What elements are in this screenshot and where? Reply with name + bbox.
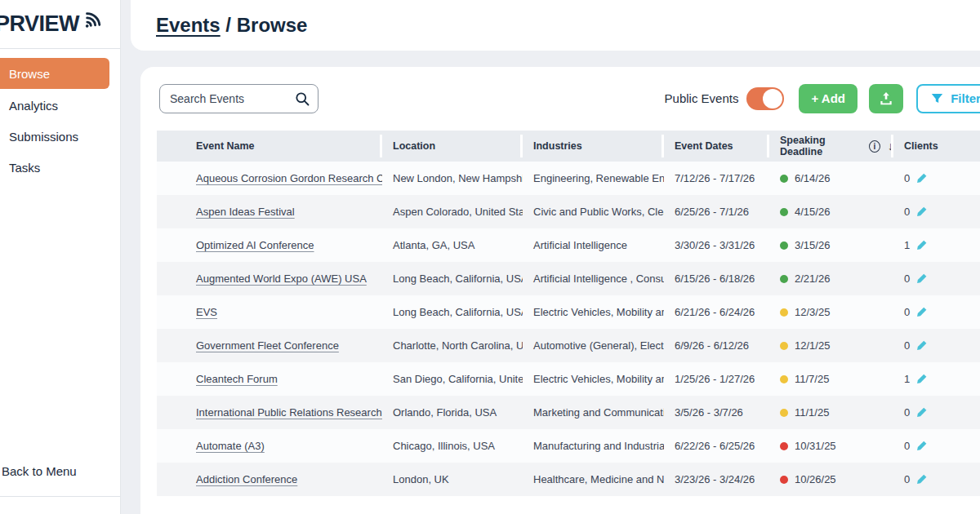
table-row[interactable]: Cleantech Forum San Diego, California, U… <box>157 362 980 396</box>
table-row[interactable]: Addiction Conference London, UK Healthca… <box>157 463 980 496</box>
clients-cell: 0 <box>893 262 980 295</box>
public-events-toggle[interactable] <box>746 87 784 110</box>
event-industries: Engineering, Renewable Ener... <box>523 162 664 195</box>
event-name-link[interactable]: Cleantech Forum <box>196 373 278 385</box>
deadline-status-dot <box>780 175 788 183</box>
info-circle-icon[interactable]: i <box>869 140 880 153</box>
edit-clients-icon[interactable] <box>915 206 928 218</box>
event-industries: Civic and Public Works, Clea... <box>523 195 664 228</box>
deadline-date: 12/1/25 <box>795 339 830 352</box>
event-dates: 6/21/26 - 6/24/26 <box>664 295 769 329</box>
page-header: Events / Browse <box>131 0 980 51</box>
speaking-deadline-cell: 10/26/25 <box>769 463 893 496</box>
deadline-status-dot <box>780 442 788 450</box>
column-header-speaking-deadline[interactable]: Speaking Deadline i ↓ <box>769 131 893 162</box>
event-location: London, UK <box>382 463 523 496</box>
event-location: Chicago, Illinois, USA <box>382 429 523 463</box>
table-row[interactable]: Aqueous Corrosion Gordon Research Conf..… <box>157 162 980 195</box>
event-name-link[interactable]: Aspen Ideas Festival <box>196 206 295 218</box>
event-dates: 6/22/26 - 6/25/26 <box>664 429 769 463</box>
event-name-link[interactable]: EVS <box>196 306 217 318</box>
event-name-link[interactable]: Optimized AI Conference <box>196 239 314 251</box>
speaking-deadline-label: Speaking Deadline <box>780 135 864 157</box>
event-name-link[interactable]: Augmented World Expo (AWE) USA <box>196 273 367 285</box>
deadline-status-dot <box>780 375 788 383</box>
sidebar-footer-divider <box>0 496 120 514</box>
client-count: 1 <box>904 373 910 385</box>
event-dates: 7/12/26 - 7/17/26 <box>664 162 769 195</box>
clients-cell: 0 <box>893 463 980 496</box>
client-count: 1 <box>904 239 910 251</box>
edit-clients-icon[interactable] <box>915 273 928 285</box>
breadcrumb-separator: / <box>220 14 237 36</box>
deadline-date: 11/1/25 <box>795 406 829 419</box>
sidebar: PRVIEW BrowseAnalyticsSubmissionsTasks B… <box>0 0 121 514</box>
edit-clients-icon[interactable] <box>915 373 928 385</box>
table-row[interactable]: EVS Long Beach, California, USA Electric… <box>157 295 980 329</box>
speaking-deadline-cell: 6/14/26 <box>769 162 893 195</box>
sort-descending-icon[interactable]: ↓ <box>888 140 893 153</box>
deadline-date: 4/15/26 <box>795 206 830 218</box>
client-count: 0 <box>904 440 910 452</box>
table-row[interactable]: Government Fleet Conference Charlotte, N… <box>157 329 980 362</box>
speaking-deadline-cell: 2/21/26 <box>769 262 893 295</box>
event-industries: Marketing and Communicati... <box>523 396 664 429</box>
edit-clients-icon[interactable] <box>915 172 928 184</box>
event-industries: Electric Vehicles, Mobility an... <box>523 362 664 396</box>
events-panel: Public Events + Add Filter Event Name <box>140 67 980 514</box>
speaking-deadline-cell: 4/15/26 <box>769 195 893 228</box>
sidebar-item-back-to-menu[interactable]: Back to Menu <box>0 464 120 496</box>
deadline-status-dot <box>780 409 788 417</box>
edit-clients-icon[interactable] <box>915 339 928 352</box>
event-dates: 6/15/26 - 6/18/26 <box>664 262 769 295</box>
column-header-event-name[interactable]: Event Name <box>157 131 382 162</box>
column-header-industries[interactable]: Industries <box>523 131 664 162</box>
funnel-icon <box>930 92 944 105</box>
clients-cell: 0 <box>893 295 980 329</box>
table-body: Aqueous Corrosion Gordon Research Conf..… <box>157 162 980 496</box>
breadcrumb-events-link[interactable]: Events <box>156 14 220 36</box>
table-row[interactable]: Automate (A3) Chicago, Illinois, USA Man… <box>157 429 980 463</box>
client-count: 0 <box>904 306 910 318</box>
clients-cell: 1 <box>893 228 980 262</box>
edit-clients-icon[interactable] <box>915 406 928 419</box>
table-row[interactable]: Aspen Ideas Festival Aspen Colorado, Uni… <box>157 195 980 228</box>
event-name-link[interactable]: Automate (A3) <box>196 440 265 452</box>
deadline-date: 2/21/26 <box>795 273 830 285</box>
column-header-clients[interactable]: Clients <box>893 131 980 162</box>
client-count: 0 <box>904 406 910 419</box>
sidebar-item-submissions[interactable]: Submissions <box>0 121 120 152</box>
sidebar-item-tasks[interactable]: Tasks <box>0 152 120 183</box>
edit-clients-icon[interactable] <box>915 306 928 318</box>
deadline-status-dot <box>780 275 788 283</box>
clients-cell: 0 <box>893 195 980 228</box>
events-table: Event Name Location Industries Event Dat… <box>157 131 980 496</box>
toggle-knob <box>763 89 782 109</box>
add-event-button[interactable]: + Add <box>799 84 858 113</box>
edit-clients-icon[interactable] <box>915 440 928 452</box>
event-location: Long Beach, California, USA <box>382 262 523 295</box>
table-row[interactable]: Augmented World Expo (AWE) USA Long Beac… <box>157 262 980 295</box>
column-header-location[interactable]: Location <box>382 131 523 162</box>
event-name-link[interactable]: Addiction Conference <box>196 473 297 485</box>
event-name-link[interactable]: International Public Relations Research … <box>196 406 382 419</box>
deadline-date: 6/14/26 <box>795 172 830 184</box>
clients-cell: 0 <box>893 429 980 463</box>
column-header-event-dates[interactable]: Event Dates <box>664 131 769 162</box>
table-row[interactable]: Optimized AI Conference Atlanta, GA, USA… <box>157 228 980 262</box>
upload-button[interactable] <box>869 84 903 113</box>
event-dates: 3/23/26 - 3/24/26 <box>664 463 769 496</box>
filter-button[interactable]: Filter <box>916 84 980 113</box>
event-name-link[interactable]: Aqueous Corrosion Gordon Research Conf..… <box>196 172 382 184</box>
event-dates: 6/9/26 - 6/12/26 <box>664 329 769 362</box>
event-name-link[interactable]: Government Fleet Conference <box>196 339 339 352</box>
toolbar: Public Events + Add Filter <box>157 83 980 113</box>
deadline-status-dot <box>780 342 788 350</box>
table-row[interactable]: International Public Relations Research … <box>157 396 980 429</box>
client-count: 0 <box>904 273 910 285</box>
edit-clients-icon[interactable] <box>915 473 928 485</box>
deadline-date: 11/7/25 <box>795 373 829 385</box>
edit-clients-icon[interactable] <box>915 239 928 251</box>
sidebar-item-browse[interactable]: Browse <box>0 58 109 89</box>
sidebar-item-analytics[interactable]: Analytics <box>0 90 120 121</box>
